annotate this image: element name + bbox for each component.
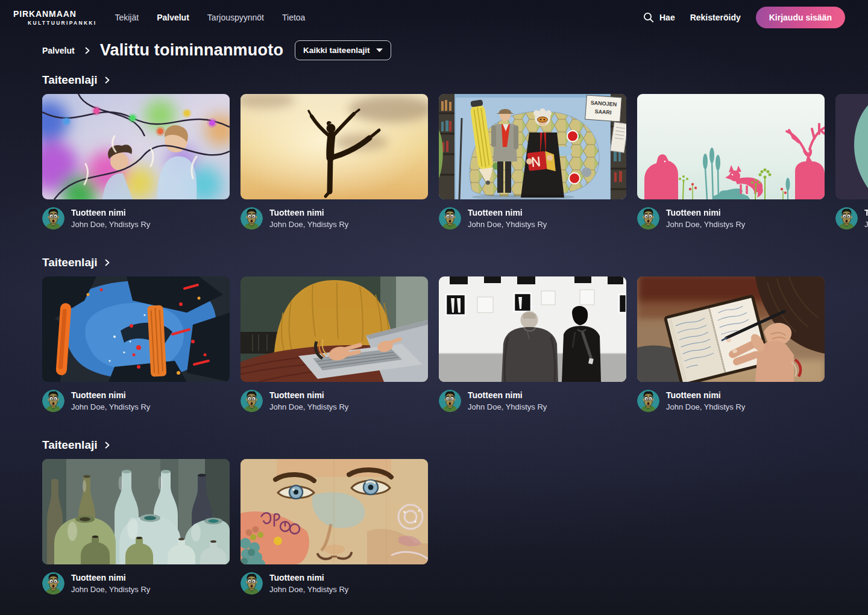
card-title: Tuotteen nimi — [269, 390, 348, 400]
card-image-graffiti-face — [241, 459, 428, 564]
card-caption: Tuotteen nimi John Doe, Yhdistys Ry — [42, 207, 230, 229]
avatar — [835, 207, 858, 229]
card-caption: Tuotteen nimi John Doe, Yhdistys Ry — [42, 390, 230, 412]
section-title: Taiteenlaji — [42, 73, 98, 87]
avatar — [439, 390, 461, 412]
card-subtitle: John Doe, Yhdistys Ry — [71, 402, 150, 411]
card-caption: Tuotteen nimi John Doe, Yhdistys Ry — [637, 207, 825, 229]
avatar — [241, 207, 263, 229]
service-card[interactable]: Tuotteen nimi John Doe, Yhdistys Ry — [42, 94, 230, 229]
filter-label: Kaikki taiteenlajit — [303, 46, 370, 55]
card-subtitle: John Doe, Yhdistys Ry — [269, 220, 348, 229]
service-card[interactable]: Tuotteen nimi John Doe, Yhdistys Ry — [439, 276, 626, 412]
card-title: Tuotteen nimi — [71, 208, 150, 217]
section-taiteenlaji-1: Taiteenlaji — [42, 73, 868, 229]
card-subtitle: John Doe, Yhdistys Ry — [269, 402, 348, 411]
nav-item-tekijat[interactable]: Tekijät — [115, 13, 139, 22]
avatar — [42, 572, 64, 595]
card-subtitle: John Doe, Yhdistys Ry — [468, 220, 547, 229]
search-icon — [643, 12, 654, 23]
service-card[interactable]: Tuotteen nimi John Doe, Yhdistys Ry — [637, 94, 825, 229]
nav-item-palvelut[interactable]: Palvelut — [157, 13, 189, 22]
card-image-abstract-teal-pink — [835, 94, 868, 199]
login-button[interactable]: Kirjaudu sisään — [756, 7, 845, 28]
main-nav: Tekijät Palvelut Tarjouspyynnöt Tietoa — [115, 13, 305, 22]
card-title: Tuotteen nimi — [71, 573, 150, 582]
section-title-link[interactable]: Taiteenlaji — [42, 439, 111, 452]
card-row[interactable]: Tuotteen nimi John Doe, Yhdistys Ry — [42, 94, 868, 229]
service-card[interactable]: Tuotteen nimi John Doe, Yhdistys Ry — [42, 276, 230, 412]
section-title-link[interactable]: Taiteenlaji — [42, 256, 111, 269]
card-subtitle: John Doe, Yhdistys Ry — [71, 585, 150, 594]
chevron-right-icon — [104, 76, 111, 84]
card-title: Tuotteen nimi — [468, 390, 547, 400]
section-title-link[interactable]: Taiteenlaji — [42, 73, 111, 87]
card-title: Tuotteen nimi — [864, 208, 868, 217]
service-card[interactable]: Tuotteen nimi John Doe, Yhdistys Ry — [835, 94, 868, 229]
service-card[interactable]: Tuotteen nimi John Doe, Yhdistys Ry — [637, 276, 825, 412]
card-image-abstract-painting — [42, 276, 230, 382]
card-title: Tuotteen nimi — [269, 573, 348, 582]
card-title: Tuotteen nimi — [71, 390, 150, 400]
card-image-laptop-typing — [241, 276, 428, 382]
section-title: Taiteenlaji — [42, 256, 98, 269]
service-card[interactable]: Tuotteen nimi John Doe, Yhdistys Ry — [241, 94, 428, 229]
card-title: Tuotteen nimi — [666, 208, 745, 217]
card-caption: Tuotteen nimi John Doe, Yhdistys Ry — [241, 572, 428, 595]
card-row[interactable]: Tuotteen nimi John Doe, Yhdistys Ry — [42, 459, 868, 595]
avatar — [637, 207, 659, 229]
register-link[interactable]: Rekisteröidy — [690, 13, 741, 22]
card-subtitle: John Doe, Yhdistys Ry — [269, 585, 348, 594]
card-subtitle: John Doe, Yhdistys Ry — [666, 220, 745, 229]
section-title: Taiteenlaji — [42, 439, 98, 452]
service-card[interactable]: Tuotteen nimi John Doe, Yhdistys Ry — [241, 459, 428, 595]
service-card[interactable]: SANOJEN SAARI Tuotteen nimi John Doe, Yh… — [439, 94, 626, 229]
card-subtitle: John Doe, Yhdistys Ry — [71, 220, 150, 229]
card-subtitle: John Doe, Yhdistys Ry — [864, 220, 868, 229]
card-caption: Tuotteen nimi John Doe, Yhdistys Ry — [42, 572, 230, 595]
card-image-animal-illustration — [637, 94, 825, 199]
avatar — [241, 390, 263, 412]
card-row[interactable]: Tuotteen nimi John Doe, Yhdistys Ry — [42, 276, 868, 412]
nav-item-tietoa[interactable]: Tietoa — [282, 13, 305, 22]
breadcrumb[interactable]: Palvelut — [42, 46, 75, 55]
card-image-gallery-visitors — [439, 276, 626, 382]
search-link[interactable]: Hae — [643, 12, 675, 23]
top-navigation-bar: PIRKANMAAN KULTTUURIPANKKI Tekijät Palve… — [0, 0, 868, 34]
avatar — [637, 390, 659, 412]
sign-text-line2: SAARI — [594, 108, 612, 116]
site-logo[interactable]: PIRKANMAAN KULTTUURIPANKKI — [13, 9, 96, 26]
card-caption: Tuotteen nimi John Doe, Yhdistys Ry — [241, 207, 428, 229]
card-subtitle: John Doe, Yhdistys Ry — [468, 402, 547, 411]
card-image-dancer-silhouette — [241, 94, 428, 199]
card-image-ceramic-vases — [42, 459, 230, 564]
card-caption: Tuotteen nimi John Doe, Yhdistys Ry — [439, 207, 626, 229]
card-caption: Tuotteen nimi John Doe, Yhdistys Ry — [637, 390, 825, 412]
section-taiteenlaji-2: Taiteenlaji — [42, 256, 868, 412]
avatar — [241, 572, 263, 595]
card-caption: Tuotteen nimi John Doe, Yhdistys Ry — [439, 390, 626, 412]
card-caption: Tuotteen nimi John Doe, Yhdistys Ry — [835, 207, 868, 229]
avatar — [42, 207, 64, 229]
top-bar-actions: Hae Rekisteröidy Kirjaudu sisään — [643, 7, 845, 28]
search-label: Hae — [659, 13, 675, 22]
card-caption: Tuotteen nimi John Doe, Yhdistys Ry — [241, 390, 428, 412]
card-image-string-lights — [42, 94, 230, 199]
card-title: Tuotteen nimi — [666, 390, 745, 400]
logo-line-1: PIRKANMAAN — [13, 9, 96, 19]
breadcrumb-chevron-icon — [84, 47, 91, 54]
card-image-costumed-performers: SANOJEN SAARI — [439, 94, 626, 199]
nav-item-tarjouspyynnot[interactable]: Tarjouspyynnöt — [207, 13, 264, 22]
page-title: Valittu toiminnanmuoto — [100, 41, 283, 60]
section-taiteenlaji-3: Taiteenlaji — [42, 439, 868, 595]
art-category-filter-dropdown[interactable]: Kaikki taiteenlajit — [295, 40, 391, 60]
chevron-right-icon — [104, 442, 111, 449]
card-title: Tuotteen nimi — [269, 208, 348, 217]
avatar — [439, 207, 461, 229]
service-card[interactable]: Tuotteen nimi John Doe, Yhdistys Ry — [241, 276, 428, 412]
chevron-down-icon — [376, 48, 383, 52]
card-title: Tuotteen nimi — [468, 208, 547, 217]
card-subtitle: John Doe, Yhdistys Ry — [666, 402, 745, 411]
chevron-right-icon — [104, 259, 111, 266]
service-card[interactable]: Tuotteen nimi John Doe, Yhdistys Ry — [42, 459, 230, 595]
